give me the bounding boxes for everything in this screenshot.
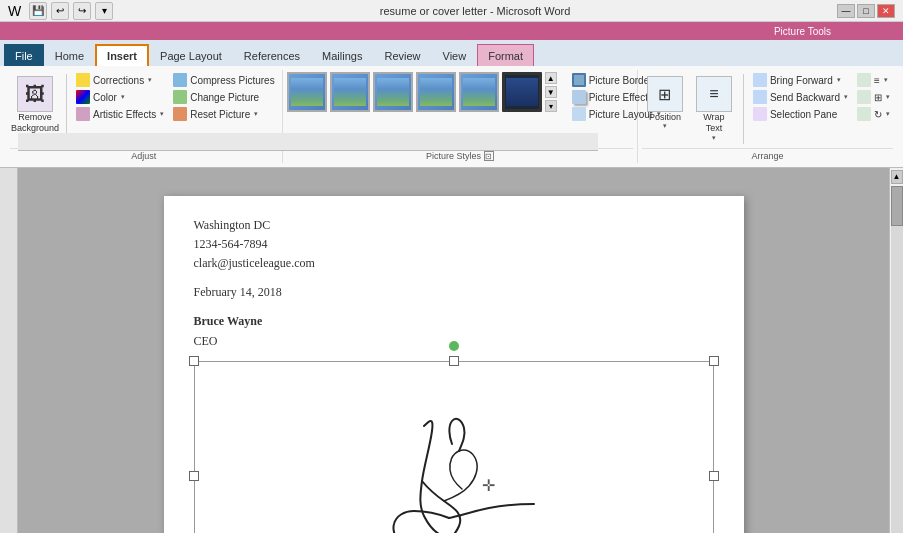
remove-bg-icon: 🖼 [17,76,53,112]
style-thumb-1[interactable] [287,72,327,112]
scroll-track[interactable] [891,186,903,533]
handle-top-middle[interactable] [449,356,459,366]
close-btn[interactable]: ✕ [877,4,895,18]
color-icon [76,90,90,104]
arrange-col: Bring Forward ▾ Send Backward ▾ Selectio… [750,72,851,122]
send-backward-button[interactable]: Send Backward ▾ [750,89,851,105]
rotate-label: ↻ [874,109,882,120]
artistic-label: Artistic Effects [93,109,156,120]
style-thumb-4[interactable] [416,72,456,112]
group-icon [857,90,871,104]
color-label: Color [93,92,117,103]
tab-format[interactable]: Format [477,44,534,66]
tab-view[interactable]: View [432,44,478,66]
separator-3 [743,74,744,144]
signature-svg [304,386,604,533]
artistic-effects-button[interactable]: Artistic Effects ▾ [73,106,167,122]
wrap-text-label: WrapText [703,112,724,134]
signature-area [195,362,713,533]
customize-btn[interactable]: ▾ [95,2,113,20]
tab-home[interactable]: Home [44,44,95,66]
color-button[interactable]: Color ▾ [73,89,167,105]
quick-access-toolbar: W 💾 ↩ ↪ ▾ [8,2,113,20]
selection-pane-button[interactable]: Selection Pane [750,106,851,122]
adjust-col: Corrections ▾ Color ▾ Artistic Effects ▾ [73,72,167,122]
styles-scroll-down[interactable]: ▼ [545,86,557,98]
style-thumb-6-selected[interactable] [502,72,542,112]
doc-phone: 1234-564-7894 [194,235,714,254]
doc-email: clark@justiceleague.com [194,254,714,273]
remove-background-button[interactable]: 🖼 RemoveBackground [10,72,60,138]
redo-btn[interactable]: ↪ [73,2,91,20]
align-label: ≡ [874,75,880,86]
corrections-icon [76,73,90,87]
tab-pagelayout[interactable]: Page Layout [149,44,233,66]
artistic-icon [76,107,90,121]
tab-review[interactable]: Review [373,44,431,66]
compress-icon [173,73,187,87]
change-picture-label: Change Picture [190,92,259,103]
styles-scroll: ▲ ▼ ▾ [545,72,557,112]
reset-arrow: ▾ [254,110,258,118]
pic-effects-icon [572,90,586,104]
scroll-thumb[interactable] [891,186,903,226]
doc-recipient-name: Bruce Wayne [194,312,714,331]
tab-insert[interactable]: Insert [95,44,149,66]
main-area: Washington DC 1234-564-7894 clark@justic… [0,168,903,533]
rotate-button[interactable]: ↻ ▾ [854,106,893,122]
adjust-col2: Compress Pictures Change Picture Reset P… [170,72,277,122]
style-thumb-5[interactable] [459,72,499,112]
position-button[interactable]: ⊞ Position ▾ [642,72,688,134]
selected-image-container[interactable]: ✛ [194,361,714,533]
maximize-btn[interactable]: □ [857,4,875,18]
handle-top-left[interactable] [189,356,199,366]
styles-expand-btn[interactable]: ⊡ [484,151,494,161]
styles-scroll-expand[interactable]: ▾ [545,100,557,112]
vertical-scrollbar[interactable]: ▲ ▼ [889,168,903,533]
bring-fwd-label: Bring Forward [770,75,833,86]
window-controls: — □ ✕ [837,4,895,18]
tab-file[interactable]: File [4,44,44,66]
reset-picture-button[interactable]: Reset Picture ▾ [170,106,277,122]
change-picture-button[interactable]: Change Picture [170,89,277,105]
sel-pane-label: Selection Pane [770,109,837,120]
document-page: Washington DC 1234-564-7894 clark@justic… [164,196,744,533]
context-tool-label: Picture Tools [762,26,843,37]
color-arrow: ▾ [121,93,125,101]
pic-layout-icon [572,107,586,121]
group-label: ⊞ [874,92,882,103]
title-bar: W 💾 ↩ ↪ ▾ resume or cover letter - Micro… [0,0,903,22]
compress-pictures-button[interactable]: Compress Pictures [170,72,277,88]
position-arrow: ▾ [663,122,667,130]
tab-mailings[interactable]: Mailings [311,44,373,66]
send-back-icon [753,90,767,104]
corrections-button[interactable]: Corrections ▾ [73,72,167,88]
wrap-text-button[interactable]: ≡ WrapText ▾ [691,72,737,146]
align-button[interactable]: ≡ ▾ [854,72,893,88]
save-btn[interactable]: 💾 [29,2,47,20]
group-button[interactable]: ⊞ ▾ [854,89,893,105]
scroll-up-btn[interactable]: ▲ [891,170,903,184]
handle-middle-left[interactable] [189,471,199,481]
remove-bg-label: RemoveBackground [11,112,59,134]
tab-references[interactable]: References [233,44,311,66]
handle-middle-right[interactable] [709,471,719,481]
artistic-arrow: ▾ [160,110,164,118]
send-back-arrow: ▾ [844,93,848,101]
styles-scroll-up[interactable]: ▲ [545,72,557,84]
arrange-col2: ≡ ▾ ⊞ ▾ ↻ ▾ [854,72,893,122]
wrap-text-icon: ≡ [696,76,732,112]
rotation-handle[interactable] [449,341,459,351]
style-thumb-2[interactable] [330,72,370,112]
handle-top-right[interactable] [709,356,719,366]
doc-address: Washington DC [194,216,714,235]
arrange-content: ⊞ Position ▾ ≡ WrapText ▾ Bring Forward … [642,72,893,146]
pic-border-icon [572,73,586,87]
position-icon: ⊞ [647,76,683,112]
bring-forward-button[interactable]: Bring Forward ▾ [750,72,851,88]
style-thumb-3[interactable] [373,72,413,112]
undo-btn[interactable]: ↩ [51,2,69,20]
minimize-btn[interactable]: — [837,4,855,18]
ribbon-tabs: File Home Insert Page Layout References … [0,40,903,66]
group-arrow: ▾ [886,93,890,101]
